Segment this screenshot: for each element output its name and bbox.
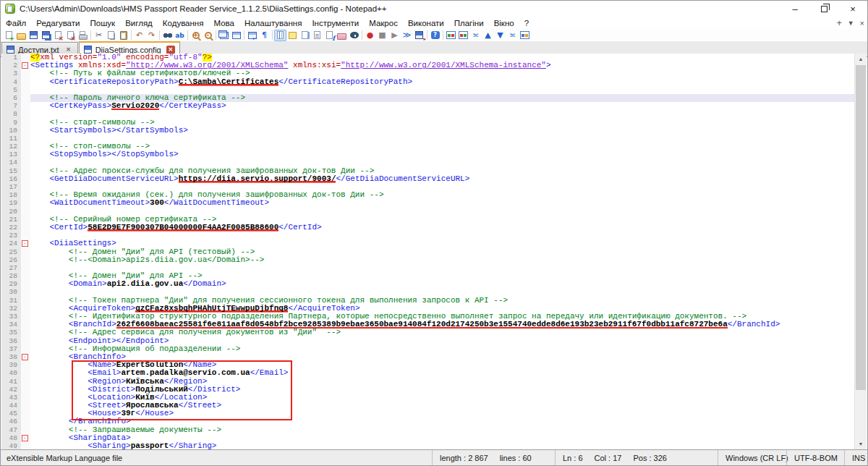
menu-item-2[interactable]: Пошук [85, 18, 120, 28]
code-text[interactable]: <!-- Токен партнера "Дии" для получения … [30, 297, 854, 305]
vertical-scrollbar[interactable]: ▲ ▼ [854, 54, 867, 449]
code-text[interactable]: <House>39г</House> [30, 410, 854, 418]
user-note-icon[interactable] [286, 30, 299, 41]
code-text[interactable] [30, 208, 854, 216]
menu-item-8[interactable]: Макрос [364, 18, 403, 28]
code-text[interactable]: <!-- Пароль личного ключа сертификата --… [30, 94, 854, 102]
scrollbar-thumb[interactable] [856, 65, 866, 390]
code-text[interactable]: <?xml version="1.0" encoding="utf-8"?> [30, 54, 854, 62]
code-text[interactable] [30, 158, 854, 166]
open-icon[interactable] [15, 30, 27, 41]
fold-collapse-icon[interactable] [22, 435, 28, 441]
zoom-in-icon[interactable] [190, 30, 202, 41]
panel-grid-2-icon[interactable] [457, 30, 469, 41]
function-list-icon[interactable] [323, 30, 336, 41]
code-text[interactable]: <WaitDocumentTimeout>300</WaitDocumentTi… [30, 199, 854, 207]
code-text[interactable]: <StopSymbols></StopSymbols> [30, 151, 854, 158]
code-text[interactable]: <StartSymbols></StartSymbols> [30, 127, 854, 135]
macro-play-icon[interactable]: ▶ [388, 30, 401, 41]
code-text[interactable]: <!-- Время ожидания (сек.) для получения… [30, 191, 854, 199]
code-text[interactable]: <!-- стоп-символы --> [30, 143, 854, 151]
menu-item-11[interactable]: Вікно [489, 18, 519, 28]
copy-icon[interactable] [105, 30, 117, 41]
code-text[interactable]: <Location>Київ</Location> [30, 394, 854, 402]
tab-list-icon[interactable]: ▼ [848, 20, 854, 27]
print-icon[interactable] [77, 30, 89, 41]
code-text[interactable]: <Settings xmlns:xsd="http://www.w3.org/2… [30, 62, 854, 69]
word-wrap-icon[interactable] [246, 30, 258, 41]
macro-save-icon[interactable] [413, 30, 425, 41]
fold-collapse-icon[interactable] [22, 354, 28, 360]
menu-item-5[interactable]: Мова [208, 18, 239, 28]
code-text[interactable] [30, 110, 854, 118]
code-text[interactable]: <Domain>api2.diia.gov.ua</Domain> [30, 280, 854, 288]
code-text[interactable]: <DiiaSettings> [30, 240, 854, 247]
menu-item-3[interactable]: Вигляд [120, 18, 158, 28]
code-text[interactable] [30, 264, 854, 272]
redo-icon[interactable]: ↷ [145, 30, 158, 41]
code-text[interactable]: <!-- Адрес прокси-службы для получения з… [30, 167, 854, 175]
code-text[interactable]: <District>Подільський</District> [30, 386, 854, 394]
code-text[interactable]: <CertificateRepositoryPath>C:\Samba\Cert… [30, 78, 854, 86]
code-text[interactable]: <!-- Серийный номер сертификата --> [30, 216, 854, 224]
nav-down-icon[interactable]: ▼ [494, 30, 506, 41]
scroll-down-icon[interactable]: ▼ [855, 439, 867, 449]
code-text[interactable]: <Street>Ярославська</Street> [30, 402, 854, 410]
code-text[interactable]: <AcquireToken>qzCFaz8xsbqhPHAhUtjTEwwpuD… [30, 305, 854, 313]
monitoring-icon[interactable] [348, 30, 360, 41]
zoom-out-icon[interactable] [202, 30, 214, 41]
menu-item-0[interactable]: Файл [1, 18, 31, 28]
status-eol[interactable]: Windows (CR LF) [718, 450, 786, 465]
code-text[interactable]: <BranchInfo> [30, 353, 854, 361]
restore-icon[interactable] [809, 1, 838, 17]
new-file-icon[interactable] [3, 30, 15, 41]
scroll-up-icon[interactable]: ▲ [855, 54, 867, 64]
code-text[interactable] [30, 135, 854, 143]
replace-icon[interactable]: ab [174, 30, 186, 41]
doc-list-icon[interactable] [311, 30, 323, 41]
cut-icon[interactable]: ✂ [93, 30, 105, 41]
minimize-icon[interactable]: – [780, 1, 809, 17]
close-tab-icon[interactable]: × [860, 19, 864, 27]
compare-1-icon[interactable]: ≍ [469, 30, 482, 41]
compare-2-icon[interactable]: ≍ [506, 30, 519, 41]
panel-grid-3-icon[interactable] [519, 30, 531, 41]
code-text[interactable]: <BranchId>262f6608baeac25581f6e811aaf8d0… [30, 321, 854, 329]
code-text[interactable]: <Region>Київська</Region> [30, 378, 854, 386]
code-text[interactable]: <CertKeyPass>Servio2020</CertKeyPass> [30, 102, 854, 110]
indent-guide-icon[interactable] [274, 30, 286, 41]
code-text[interactable]: <!-- Домен "Дии" для API (тестовый) --> [30, 248, 854, 256]
code-text[interactable]: <Name>ExpertSolution</Name> [30, 361, 854, 369]
code-text[interactable] [30, 232, 854, 240]
code-text[interactable]: <SharingData> [30, 434, 854, 442]
macro-stop-icon[interactable]: ■ [376, 30, 388, 41]
code-text[interactable]: <!-- Адрес сервиса для получения докумен… [30, 329, 854, 336]
close-tab-icon[interactable]: × [166, 46, 175, 54]
code-text[interactable]: <Email>artem.padalka@servio.com.ua</Emai… [30, 369, 854, 377]
menu-item-7[interactable]: Інструменти [307, 18, 364, 28]
code-text[interactable]: <!-- Запрашиваемые документы --> [30, 426, 854, 434]
menu-item-9[interactable]: Виконати [403, 18, 449, 28]
save-all-icon[interactable] [40, 30, 52, 41]
code-text[interactable] [30, 86, 854, 94]
macro-run-multi-icon[interactable]: ≫ [401, 30, 413, 41]
folder-workspace-icon[interactable] [336, 30, 348, 41]
menu-item-1[interactable]: Редагувати [31, 18, 85, 28]
code-text[interactable]: <!-- Идентификатор структурного подразде… [30, 313, 854, 321]
show-symbols-icon[interactable]: ¶ [258, 30, 271, 41]
close-all-icon[interactable] [64, 30, 77, 41]
find-icon[interactable] [161, 30, 174, 41]
fold-collapse-icon[interactable] [22, 62, 28, 69]
new-tab-icon[interactable]: + [837, 18, 842, 28]
status-insert-mode[interactable]: INS [844, 450, 867, 465]
status-encoding[interactable]: UTF-8-BOM [786, 450, 844, 465]
save-icon[interactable] [27, 30, 40, 41]
undo-icon[interactable]: ↶ [133, 30, 145, 41]
panel-grid-1-icon[interactable] [445, 30, 457, 41]
code-text[interactable]: </BranchInfo> [30, 418, 854, 425]
menu-item-12[interactable]: ? [519, 18, 534, 28]
code-text[interactable]: <!-- Информация об подразделении --> [30, 345, 854, 353]
menu-item-4[interactable]: Кодування [158, 18, 209, 28]
code-text[interactable]: <CertId>58E2D9E7F900307B04000000F4AA2F00… [30, 224, 854, 232]
close-icon[interactable] [52, 30, 64, 41]
